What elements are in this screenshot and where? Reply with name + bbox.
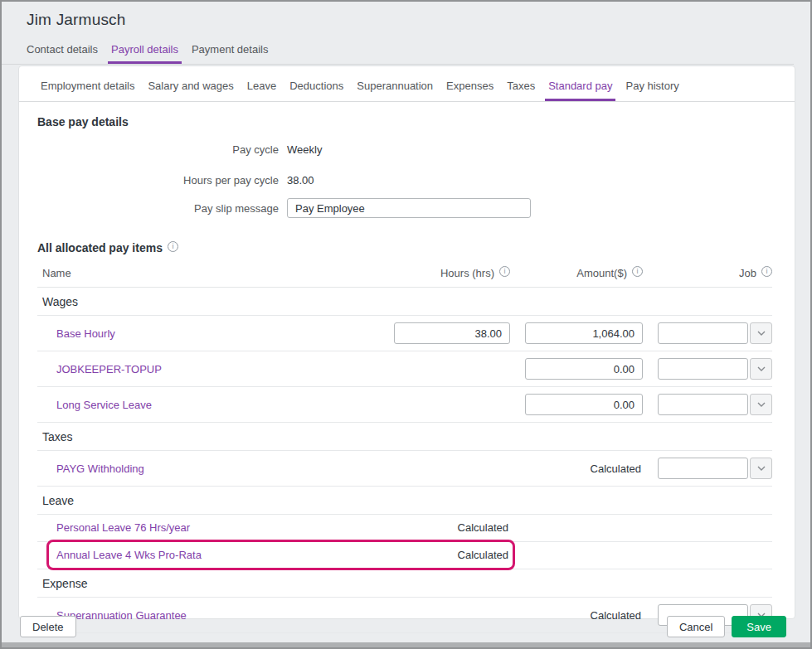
base-pay-details-heading: Base pay details bbox=[37, 115, 772, 128]
payroll-details-panel: Employment details Salary and wages Leav… bbox=[18, 65, 795, 619]
all-allocated-pay-items-heading: All allocated pay items i bbox=[37, 241, 772, 254]
pay-slip-message-label: Pay slip message bbox=[37, 202, 279, 215]
hours-per-pay-cycle-row: Hours per pay cycle 38.00 bbox=[37, 170, 772, 190]
personal-leave-hours-calculated: Calculated bbox=[394, 521, 510, 534]
subtab-salary-and-wages[interactable]: Salary and wages bbox=[144, 76, 236, 101]
save-button[interactable]: Save bbox=[732, 616, 786, 637]
job-input[interactable] bbox=[658, 358, 748, 380]
cancel-button[interactable]: Cancel bbox=[667, 616, 725, 637]
pay-item-link-base-hourly[interactable]: Base Hourly bbox=[37, 327, 379, 340]
pay-cycle-label: Pay cycle bbox=[37, 143, 279, 156]
amount-input-jobkeeper-topup[interactable] bbox=[525, 358, 643, 380]
info-icon[interactable]: i bbox=[761, 266, 772, 277]
job-combobox bbox=[658, 358, 772, 380]
subtab-leave[interactable]: Leave bbox=[244, 76, 280, 101]
amount-input-base-hourly[interactable] bbox=[525, 322, 643, 344]
chevron-down-icon[interactable] bbox=[750, 458, 772, 479]
subtab-employment-details[interactable]: Employment details bbox=[37, 76, 138, 101]
job-input[interactable] bbox=[658, 458, 748, 479]
page-header: Jim Jarmusch Contact details Payroll det… bbox=[2, 2, 810, 65]
pay-item-link-personal-leave[interactable]: Personal Leave 76 Hrs/year bbox=[37, 521, 379, 534]
pay-item-link-annual-leave[interactable]: Annual Leave 4 Wks Pro-Rata bbox=[37, 549, 379, 561]
footer-bar: Delete Cancel Save bbox=[20, 616, 786, 637]
job-input[interactable] bbox=[658, 322, 748, 344]
job-combobox bbox=[658, 322, 772, 344]
base-pay-form: Pay cycle Weekly Hours per pay cycle 38.… bbox=[37, 139, 772, 218]
subtab-taxes[interactable]: Taxes bbox=[503, 76, 538, 101]
job-combobox bbox=[658, 394, 772, 415]
hours-input-base-hourly[interactable] bbox=[394, 322, 510, 344]
job-column-header: Job i bbox=[658, 267, 772, 279]
pay-items-table: Name Hours (hrs) i Amount($) i Job i bbox=[37, 263, 772, 633]
pay-item-row-base-hourly: Base Hourly bbox=[37, 316, 772, 351]
pay-slip-message-input[interactable] bbox=[287, 198, 531, 218]
pay-item-row-personal-leave: Personal Leave 76 Hrs/year Calculated bbox=[37, 515, 772, 542]
group-header-wages: Wages bbox=[37, 288, 772, 316]
tab-payroll-details[interactable]: Payroll details bbox=[108, 39, 182, 64]
pay-cycle-row: Pay cycle Weekly bbox=[37, 139, 772, 159]
amount-input-long-service-leave[interactable] bbox=[525, 394, 643, 415]
pay-item-row-annual-leave: Annual Leave 4 Wks Pro-Rata Calculated bbox=[37, 542, 772, 569]
tab-payment-details[interactable]: Payment details bbox=[188, 39, 272, 64]
subtab-standard-pay[interactable]: Standard pay bbox=[545, 76, 615, 101]
app-window: Jim Jarmusch Contact details Payroll det… bbox=[0, 0, 812, 649]
pay-items-table-header: Name Hours (hrs) i Amount($) i Job i bbox=[37, 263, 772, 288]
page-title: Jim Jarmusch bbox=[27, 11, 810, 29]
hours-per-pay-cycle-value: 38.00 bbox=[287, 174, 314, 186]
delete-button[interactable]: Delete bbox=[20, 616, 76, 637]
group-header-taxes: Taxes bbox=[37, 423, 772, 451]
standard-pay-content: Base pay details Pay cycle Weekly Hours … bbox=[19, 115, 795, 633]
tab-contact-details[interactable]: Contact details bbox=[23, 39, 101, 64]
subtab-pay-history[interactable]: Pay history bbox=[622, 76, 682, 101]
payroll-subtabs: Employment details Salary and wages Leav… bbox=[19, 66, 795, 102]
all-allocated-pay-items-title: All allocated pay items bbox=[37, 241, 163, 254]
hours-per-pay-cycle-label: Hours per pay cycle bbox=[37, 174, 279, 186]
window-bottom-edge bbox=[2, 642, 810, 647]
footer-actions: Cancel Save bbox=[667, 616, 786, 637]
top-tabs: Contact details Payroll details Payment … bbox=[2, 39, 794, 65]
info-icon[interactable]: i bbox=[168, 241, 178, 252]
amount-column-header: Amount($) i bbox=[525, 267, 643, 279]
hours-column-header: Hours (hrs) i bbox=[394, 267, 510, 279]
pay-item-row-payg-withholding: PAYG Withholding Calculated bbox=[37, 451, 772, 487]
pay-item-link-jobkeeper-topup[interactable]: JOBKEEPER-TOPUP bbox=[37, 363, 379, 375]
pay-cycle-value: Weekly bbox=[287, 143, 322, 156]
info-icon[interactable]: i bbox=[499, 266, 510, 277]
job-combobox bbox=[658, 458, 772, 479]
pay-item-row-long-service-leave: Long Service Leave bbox=[37, 387, 772, 423]
chevron-down-icon[interactable] bbox=[750, 358, 772, 380]
chevron-down-icon[interactable] bbox=[750, 322, 772, 344]
subtab-superannuation[interactable]: Superannuation bbox=[353, 76, 436, 101]
name-column-header: Name bbox=[37, 267, 379, 279]
payg-amount-calculated: Calculated bbox=[525, 463, 643, 475]
info-icon[interactable]: i bbox=[632, 266, 643, 277]
annual-leave-hours-calculated: Calculated bbox=[394, 549, 510, 561]
pay-slip-message-row: Pay slip message bbox=[37, 198, 772, 218]
pay-item-link-long-service-leave[interactable]: Long Service Leave bbox=[37, 399, 379, 411]
job-input[interactable] bbox=[658, 394, 748, 415]
group-header-expense: Expense bbox=[37, 569, 772, 598]
subtab-expenses[interactable]: Expenses bbox=[443, 76, 497, 101]
subtab-deductions[interactable]: Deductions bbox=[286, 76, 347, 101]
group-header-leave: Leave bbox=[37, 487, 772, 515]
chevron-down-icon[interactable] bbox=[750, 394, 772, 415]
pay-item-link-payg-withholding[interactable]: PAYG Withholding bbox=[37, 463, 379, 475]
pay-item-row-jobkeeper-topup: JOBKEEPER-TOPUP bbox=[37, 351, 772, 387]
